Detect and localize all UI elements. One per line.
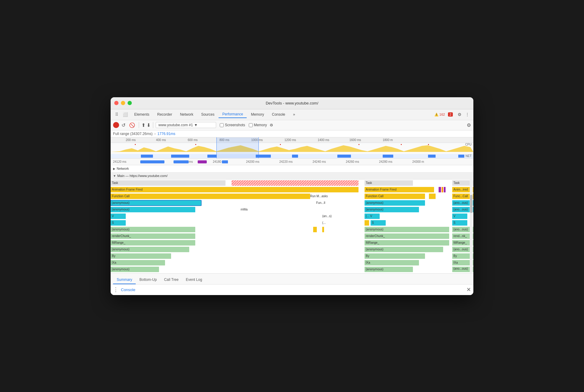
svg-text:Fun...ll: Fun...ll	[316, 201, 325, 204]
screenshots-check-input[interactable]	[220, 123, 224, 127]
svg-rect-8	[141, 155, 153, 158]
svg-rect-80	[313, 227, 317, 232]
svg-rect-15	[428, 155, 436, 158]
tab-event-log[interactable]: Event Log	[182, 276, 206, 284]
svg-text:Task: Task	[366, 181, 372, 185]
ruler-mark-7: 24260 ms	[346, 160, 359, 163]
memory-checkbox[interactable]: Memory	[249, 123, 267, 127]
collapse-main-icon[interactable]: ▼	[113, 174, 116, 178]
svg-text:(ano...ous): (ano...ous)	[453, 201, 468, 204]
svg-text:fillRange_: fillRange_	[112, 241, 125, 244]
tab-memory[interactable]: Memory	[247, 111, 268, 118]
record-toolbar: ↺ 🚫 ⬆ ⬇ www.youtube.com #1 ▼ Screenshots…	[111, 120, 473, 130]
console-tab-label[interactable]: Console	[121, 288, 135, 292]
titlebar: DevTools - www.youtube.com/	[111, 97, 473, 109]
url-selector[interactable]: www.youtube.com #1 ▼	[156, 122, 216, 128]
svg-rect-38	[444, 187, 446, 192]
clear-icon[interactable]: 🚫	[128, 122, 136, 129]
upload-icon[interactable]: ⬆	[141, 122, 145, 128]
svg-rect-112	[365, 260, 419, 265]
svg-text:Function Call: Function Call	[112, 194, 129, 198]
console-more-icon[interactable]: ⋮	[113, 286, 118, 293]
net-chart	[111, 154, 473, 158]
tab-recorder[interactable]: Recorder	[154, 111, 176, 118]
svg-text:(anonymous): (anonymous)	[366, 228, 383, 231]
more-options-icon[interactable]: ⋮	[464, 111, 471, 118]
svg-rect-5	[401, 144, 402, 145]
svg-rect-18	[174, 160, 189, 163]
overview-mark-1200: 1200 ms	[284, 138, 296, 142]
tab-performance[interactable]: Performance	[219, 111, 247, 118]
svg-text:(anonymous): (anonymous)	[112, 248, 129, 251]
ruler-mark-9: 24300 m	[412, 160, 424, 163]
close-console-icon[interactable]: ✕	[466, 286, 471, 293]
record-button[interactable]	[113, 122, 119, 128]
svg-rect-2	[195, 144, 196, 145]
svg-rect-17	[140, 160, 164, 163]
timeline-overview[interactable]: 200 ms 400 ms 600 ms 800 ms 1000 ms 1200…	[111, 137, 473, 159]
svg-text:(anonymous): (anonymous)	[112, 208, 129, 211]
svg-text:Task: Task	[453, 181, 460, 185]
svg-rect-6	[428, 144, 429, 145]
overview-mark-600: 600 ms	[188, 138, 198, 142]
network-bars	[137, 159, 228, 165]
close-button[interactable]	[114, 101, 118, 105]
svg-text:(ano...ous): (ano...ous)	[453, 208, 468, 211]
main-thread-header[interactable]: ▼ Main — https://www.youtube.com/	[111, 172, 473, 180]
svg-rect-27	[232, 180, 359, 186]
main-thread-label: Main — https://www.youtube.com/	[117, 174, 167, 178]
svg-rect-46	[429, 194, 436, 199]
overview-mark-200: 200 ms	[126, 138, 136, 142]
warning-count: 162	[440, 113, 445, 116]
main-trace[interactable]: 24120 ms 24140 ms 24160 ms 24180 ms 2420…	[111, 159, 473, 273]
cpu-chart	[111, 143, 473, 153]
svg-text:(anonymous): (anonymous)	[112, 201, 129, 204]
maximize-button[interactable]	[128, 101, 132, 105]
svg-rect-122	[470, 180, 473, 273]
tab-more[interactable]: »	[290, 111, 299, 118]
flame-chart-container[interactable]: Task Task Task Animation Frame Fired Ani…	[111, 180, 473, 273]
overview-mark-1400: 1400 ms	[318, 138, 329, 142]
tab-summary[interactable]: Summary	[113, 276, 136, 284]
svg-rect-14	[383, 155, 393, 158]
svg-rect-106	[365, 253, 425, 259]
tab-bottom-up[interactable]: Bottom-Up	[136, 276, 160, 284]
ruler-mark-6: 24240 ms	[313, 160, 326, 163]
tab-elements[interactable]: Elements	[131, 111, 153, 118]
svg-text:(...: (...	[322, 221, 326, 224]
selected-range-value: 1776.91ms	[157, 132, 175, 136]
capture-settings-icon[interactable]: ⛭	[269, 123, 274, 127]
expand-network-icon[interactable]: ▶	[113, 167, 115, 170]
screenshots-checkbox[interactable]: Screenshots	[220, 123, 245, 127]
error-count: 2	[449, 113, 451, 116]
svg-text:(ano...ous): (ano...ous)	[453, 248, 468, 251]
tab-icons: ⠿ ⬜	[113, 111, 129, 118]
network-track-row[interactable]: ▶ Network	[111, 165, 473, 172]
timeline-selection[interactable]	[216, 137, 259, 158]
download-icon[interactable]: ⬇	[147, 122, 151, 128]
full-range-label: Full range (34307.26ms)	[113, 132, 153, 136]
svg-text:(ano...ous): (ano...ous)	[453, 267, 468, 270]
svg-rect-73	[365, 220, 369, 226]
svg-text:Run M...asks: Run M...asks	[310, 194, 328, 198]
svg-rect-13	[337, 155, 351, 158]
svg-text:Function Call: Function Call	[366, 194, 383, 198]
cursor-icon[interactable]: ⠿	[113, 111, 120, 118]
tab-console[interactable]: Console	[268, 111, 289, 118]
svg-text:fillRange_: fillRange_	[366, 241, 379, 244]
memory-check-input[interactable]	[249, 123, 253, 127]
settings-icon[interactable]: ⚙	[456, 111, 463, 118]
inspector-icon[interactable]: ⬜	[122, 111, 129, 118]
flame-chart-svg[interactable]: Task Task Task Animation Frame Fired Ani…	[111, 180, 473, 273]
svg-text:(anonymous): (anonymous)	[366, 268, 383, 271]
svg-text:mWa: mWa	[241, 208, 248, 211]
gear-icon[interactable]: ⚙	[467, 122, 471, 128]
minimize-button[interactable]	[121, 101, 125, 105]
svg-text:By: By	[112, 254, 115, 258]
tab-call-tree[interactable]: Call Tree	[161, 276, 182, 284]
svg-rect-41	[111, 194, 310, 199]
tab-sources[interactable]: Sources	[197, 111, 218, 118]
reload-icon[interactable]: ↺	[120, 122, 127, 129]
svg-rect-20	[222, 160, 228, 163]
tab-network[interactable]: Network	[176, 111, 197, 118]
